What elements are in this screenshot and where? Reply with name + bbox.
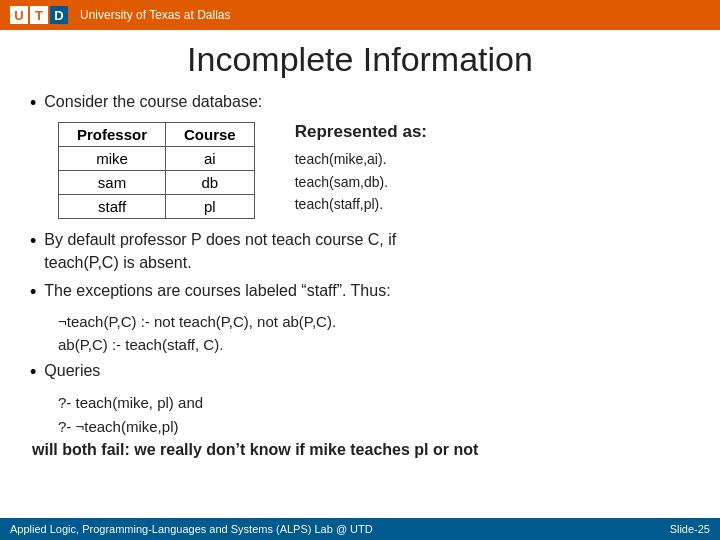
- main-content: Incomplete Information • Consider the co…: [0, 30, 720, 467]
- bullet-3-sublines: ¬teach(P,C) :- not teach(P,C), not ab(P,…: [58, 311, 690, 356]
- course-database-table: Professor Course mike ai sam db staff pl: [58, 122, 255, 219]
- logo-t: T: [30, 6, 48, 24]
- table-repr-block: Professor Course mike ai sam db staff pl: [58, 122, 690, 219]
- bullet-4-label: Queries: [44, 360, 100, 382]
- repr-line-1: teach(mike,ai).: [295, 148, 427, 170]
- page-title: Incomplete Information: [30, 40, 690, 79]
- col-header-professor: Professor: [59, 123, 166, 147]
- query-line2: ?- ¬teach(mike,pl): [58, 415, 690, 439]
- cell-staff: staff: [59, 195, 166, 219]
- table-row: staff pl: [59, 195, 255, 219]
- repr-line-3: teach(staff,pl).: [295, 193, 427, 215]
- footer-slide: Slide-25: [670, 523, 710, 535]
- header-bar: U T D University of Texas at Dallas: [0, 0, 720, 30]
- bullet-item-4: • Queries: [30, 360, 690, 385]
- bullet-3-icon: •: [30, 280, 36, 305]
- table-row: sam db: [59, 171, 255, 195]
- logo-d: D: [50, 6, 68, 24]
- bullet-3-sub1: ¬teach(P,C) :- not teach(P,C), not ab(P,…: [58, 311, 690, 334]
- utd-logo: U T D: [10, 6, 68, 24]
- will-both-fail-text: will both fail: we really don’t know if …: [32, 441, 690, 459]
- cell-sam: sam: [59, 171, 166, 195]
- bullet-3-sub2: ab(P,C) :- teach(staff, C).: [58, 334, 690, 357]
- represented-as-block: Represented as: teach(mike,ai). teach(sa…: [295, 122, 427, 215]
- university-name: University of Texas at Dallas: [80, 8, 231, 22]
- bullet-1-text: Consider the course database:: [44, 91, 262, 113]
- bullet-1-icon: •: [30, 91, 36, 116]
- bullet-item-2: • By default professor P does not teach …: [30, 229, 690, 274]
- bullet-3-text: The exceptions are courses labeled “staf…: [44, 280, 390, 302]
- logo-u: U: [10, 6, 28, 24]
- repr-lines: teach(mike,ai). teach(sam,db). teach(sta…: [295, 148, 427, 215]
- bullet-item-1: • Consider the course database:: [30, 91, 690, 116]
- table-row: mike ai: [59, 147, 255, 171]
- bullet-2-line2: teach(P,C) is absent.: [44, 254, 191, 271]
- footer-bar: Applied Logic, Programming-Languages and…: [0, 518, 720, 540]
- queries-sublines: ?- teach(mike, pl) and ?- ¬teach(mike,pl…: [58, 391, 690, 439]
- bullet-2-line1: By default professor P does not teach co…: [44, 231, 396, 248]
- bullet-2-text: By default professor P does not teach co…: [44, 229, 396, 274]
- query-line1: ?- teach(mike, pl) and: [58, 391, 690, 415]
- cell-pl: pl: [166, 195, 255, 219]
- bullet-item-3: • The exceptions are courses labeled “st…: [30, 280, 690, 305]
- footer-text: Applied Logic, Programming-Languages and…: [10, 523, 373, 535]
- bullet-2-icon: •: [30, 229, 36, 254]
- col-header-course: Course: [166, 123, 255, 147]
- bullet-4-icon: •: [30, 360, 36, 385]
- bullet-3-line1: The exceptions are courses labeled “staf…: [44, 282, 390, 299]
- cell-db: db: [166, 171, 255, 195]
- repr-title: Represented as:: [295, 122, 427, 142]
- repr-line-2: teach(sam,db).: [295, 171, 427, 193]
- cell-ai: ai: [166, 147, 255, 171]
- cell-mike: mike: [59, 147, 166, 171]
